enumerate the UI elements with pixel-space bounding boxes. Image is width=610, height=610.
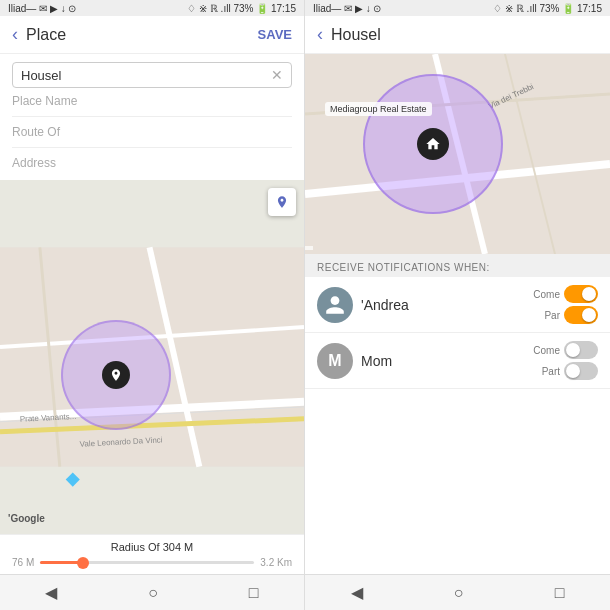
come-label-mom: Come: [533, 345, 560, 356]
right-status-right: ♢ ※ ℝ .ıll 73% 🔋 17:15: [493, 3, 602, 14]
notifications-section: RECEIVE NOTIFICATIONS WHEN: 'Andrea Come: [305, 254, 610, 574]
part-toggle-mom[interactable]: [564, 362, 598, 380]
right-map[interactable]: Via dei Trebbi Mediagroup Real Estate: [305, 54, 610, 254]
left-place-pin[interactable]: [102, 361, 130, 389]
person-row-andrea: 'Andrea Come Par: [305, 277, 610, 333]
divider-2: [12, 147, 292, 148]
right-nav-back[interactable]: ◀: [351, 583, 363, 602]
part-toggle-andrea[interactable]: [564, 306, 598, 324]
slider-thumb[interactable]: [77, 557, 89, 569]
left-nav-square[interactable]: □: [249, 584, 259, 602]
part-toggle-knob-mom: [566, 364, 580, 378]
toggle-group-mom: Come Part: [533, 341, 598, 380]
right-status-right-text: ♢ ※ ℝ .ıll 73% 🔋 17:15: [493, 3, 602, 14]
location-button[interactable]: [268, 188, 296, 216]
left-nav-back[interactable]: ◀: [45, 583, 57, 602]
toggle-row-part-andrea: Par: [544, 306, 598, 324]
left-status-right: ♢ ※ ℝ .ıll 73% 🔋 17:15: [187, 3, 296, 14]
part-label-andrea: Par: [544, 310, 560, 321]
left-nav-home[interactable]: ○: [148, 584, 158, 602]
toggle-row-come-andrea: Come: [533, 285, 598, 303]
slider-max: 3.2 Km: [260, 557, 292, 568]
left-form: ✕ Place Name Route Of Address: [0, 54, 304, 180]
part-label-mom: Part: [542, 366, 560, 377]
come-label-andrea: Come: [533, 289, 560, 300]
right-title: Housel: [331, 26, 381, 44]
divider-1: [12, 116, 292, 117]
left-status-left: Iliad— ✉ ▶ ↓ ⊙: [8, 3, 76, 14]
right-nav-bar: ◀ ○ □: [305, 574, 610, 610]
person-main-mom: M Mom Come Part: [317, 341, 598, 380]
pin-icon: [109, 368, 123, 382]
mediagroup-label: Mediagroup Real Estate: [325, 102, 432, 116]
person-name-andrea: 'Andrea: [361, 297, 525, 313]
come-toggle-knob-andrea: [582, 287, 596, 301]
google-label-left: 'Google: [8, 513, 45, 524]
clear-icon[interactable]: ✕: [271, 67, 283, 83]
notifications-header: RECEIVE NOTIFICATIONS WHEN:: [305, 254, 610, 277]
left-title: Place: [26, 26, 250, 44]
toggle-row-come-mom: Come: [533, 341, 598, 359]
slider-row: 76 M 3.2 Km: [12, 557, 292, 568]
radius-label: Radius Of 304 M: [12, 541, 292, 553]
name-input-row[interactable]: ✕: [12, 62, 292, 88]
left-status-bar: Iliad— ✉ ▶ ↓ ⊙ ♢ ※ ℝ .ıll 73% 🔋 17:15: [0, 0, 304, 16]
place-name-label: Place Name: [12, 92, 292, 110]
toggle-group-andrea: Come Par: [533, 285, 598, 324]
person-main-andrea: 'Andrea Come Par: [317, 285, 598, 324]
name-input[interactable]: [21, 68, 271, 83]
left-status-right-text: ♢ ※ ℝ .ıll 73% 🔋 17:15: [187, 3, 296, 14]
come-toggle-mom[interactable]: [564, 341, 598, 359]
svg-rect-7: [66, 473, 80, 487]
avatar-photo-icon: [324, 294, 346, 316]
slider-min: 76 M: [12, 557, 34, 568]
left-map[interactable]: Prate Vanants... Vale Leonardo Da Vinci …: [0, 180, 304, 534]
right-status-bar: Iliad— ✉ ▶ ↓ ⊙ ♢ ※ ℝ .ıll 73% 🔋 17:15: [305, 0, 610, 16]
person-name-mom: Mom: [361, 353, 525, 369]
right-header: ‹ Housel: [305, 16, 610, 54]
person-row-mom: M Mom Come Part: [305, 333, 610, 389]
right-pin-icon: [425, 136, 441, 152]
left-status-left-text: Iliad— ✉ ▶ ↓ ⊙: [8, 3, 76, 14]
right-nav-home[interactable]: ○: [454, 584, 464, 602]
right-place-pin[interactable]: [417, 128, 449, 160]
toggle-row-part-mom: Part: [542, 362, 598, 380]
route-of-label: Route Of: [12, 123, 292, 141]
radius-bar: Radius Of 304 M 76 M 3.2 Km: [0, 534, 304, 574]
right-status-left: Iliad— ✉ ▶ ↓ ⊙: [313, 3, 381, 14]
avatar-andrea: [317, 287, 353, 323]
come-toggle-knob-mom: [566, 343, 580, 357]
right-status-left-text: Iliad— ✉ ▶ ↓ ⊙: [313, 3, 381, 14]
address-label: Address: [12, 154, 292, 172]
left-back-button[interactable]: ‹: [12, 24, 18, 45]
radius-slider[interactable]: [40, 561, 254, 564]
right-back-button[interactable]: ‹: [317, 24, 323, 45]
left-save-button[interactable]: SAVE: [258, 27, 292, 42]
avatar-mom: M: [317, 343, 353, 379]
google-label-right: [305, 246, 313, 250]
right-nav-square[interactable]: □: [555, 584, 565, 602]
location-icon: [275, 195, 289, 209]
left-nav-bar: ◀ ○ □: [0, 574, 304, 610]
come-toggle-andrea[interactable]: [564, 285, 598, 303]
part-toggle-knob-andrea: [582, 308, 596, 322]
left-header: ‹ Place SAVE: [0, 16, 304, 54]
